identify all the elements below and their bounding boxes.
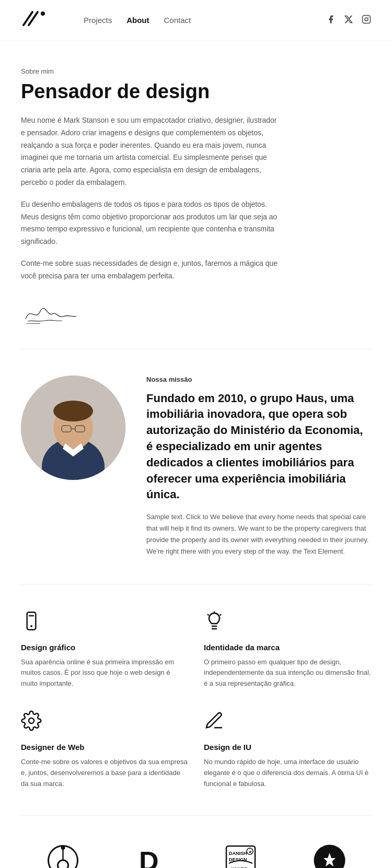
- awards-section: Prémios do Círculo Criativo D O Pacote D…: [0, 816, 392, 868]
- service-ui-design: Design de IU No mundo rápido de hoje, um…: [204, 710, 371, 789]
- signature: [21, 297, 371, 328]
- service-text-1: Sua aparência online é sua primeira impr…: [21, 657, 188, 689]
- pen-icon: [204, 710, 371, 735]
- service-web-design: Designer de Web Conte-me sobre os valore…: [21, 710, 188, 789]
- service-title-3: Designer de Web: [21, 743, 188, 752]
- instagram-icon[interactable]: [362, 15, 371, 26]
- gear-icon: [21, 710, 188, 735]
- svg-point-4: [365, 18, 368, 21]
- service-title-2: Identidade da marca: [204, 643, 371, 652]
- svg-point-5: [368, 17, 369, 18]
- awards-row-1: Prémios do Círculo Criativo D O Pacote D…: [21, 842, 371, 868]
- service-text-2: O primeiro passo em qualquer tipo de des…: [204, 657, 371, 689]
- service-text-3: Conte-me sobre os valores e objetivos da…: [21, 757, 188, 789]
- hero-paragraph-2: Eu desenho embalagens de todos os tipos …: [21, 198, 282, 248]
- hero-paragraph-3: Conte-me sobre suas necessidades de desi…: [21, 257, 282, 283]
- award-logo-danish: DANISH DESIGN AWARD ★: [222, 842, 259, 868]
- svg-point-22: [29, 718, 34, 723]
- service-text-4: No mundo rápido de hoje, uma interface d…: [204, 757, 371, 789]
- nav-links: Projects About Contact: [84, 16, 191, 25]
- hero-title: Pensador de design: [21, 80, 371, 103]
- nav-about[interactable]: About: [126, 16, 149, 25]
- award-logo-penta: [311, 842, 348, 868]
- service-title-1: Design gráfico: [21, 643, 188, 652]
- twitter-x-icon[interactable]: [344, 15, 353, 26]
- svg-point-26: [61, 846, 65, 850]
- award-logo-circulo: [44, 842, 81, 868]
- svg-rect-3: [363, 16, 371, 24]
- mission-title: Fundado em 2010, o grupo Haus, uma imobi…: [146, 391, 371, 503]
- services-section: Design gráfico Sua aparência online é su…: [0, 584, 392, 816]
- service-brand-identity: Identidade da marca O primeiro passo em …: [204, 611, 371, 689]
- award-dieline: D O Pacote Dieline Prémios de Design: [110, 842, 193, 868]
- mission-content: Nossa missão Fundado em 2010, o grupo Ha…: [146, 376, 371, 558]
- nav-contact[interactable]: Contact: [164, 16, 191, 25]
- mobile-icon: [21, 611, 188, 636]
- nav-projects[interactable]: Projects: [84, 16, 112, 25]
- svg-text:D: D: [139, 846, 159, 868]
- mission-text: Sample text. Click to We believe that ev…: [146, 511, 371, 557]
- service-graphic-design: Design gráfico Sua aparência online é su…: [21, 611, 188, 689]
- svg-point-2: [41, 11, 45, 16]
- award-circulo-criativo: Prémios do Círculo Criativo: [21, 842, 105, 868]
- svg-point-24: [57, 860, 68, 868]
- logo[interactable]: [21, 9, 52, 31]
- nav-social: [326, 15, 371, 26]
- award-pentawards: Pentawards: [287, 842, 371, 868]
- facebook-icon[interactable]: [326, 15, 336, 26]
- award-logo-dieline: D: [133, 842, 170, 868]
- svg-point-11: [55, 402, 91, 417]
- navbar: Projects About Contact: [0, 0, 392, 41]
- hero-paragraph-1: Meu nome é Mark Stanson e sou um empacot…: [21, 114, 282, 189]
- services-grid: Design gráfico Sua aparência online é su…: [21, 611, 371, 790]
- hero-section: Sobre mim Pensador de design Meu nome é …: [0, 41, 392, 349]
- lightbulb-icon: [204, 611, 371, 636]
- svg-line-21: [207, 614, 209, 615]
- svg-line-20: [220, 614, 221, 615]
- mission-label: Nossa missão: [146, 376, 371, 383]
- mission-photo: [21, 376, 125, 480]
- mission-section: Nossa missão Fundado em 2010, o grupo Ha…: [0, 349, 392, 584]
- hero-subtitle: Sobre mim: [21, 67, 371, 75]
- service-title-4: Design de IU: [204, 743, 371, 752]
- svg-text:DANISH: DANISH: [229, 851, 247, 856]
- award-danish-design: DANISH DESIGN AWARD ★ Prémios de Design …: [199, 842, 282, 868]
- svg-text:★: ★: [248, 850, 252, 854]
